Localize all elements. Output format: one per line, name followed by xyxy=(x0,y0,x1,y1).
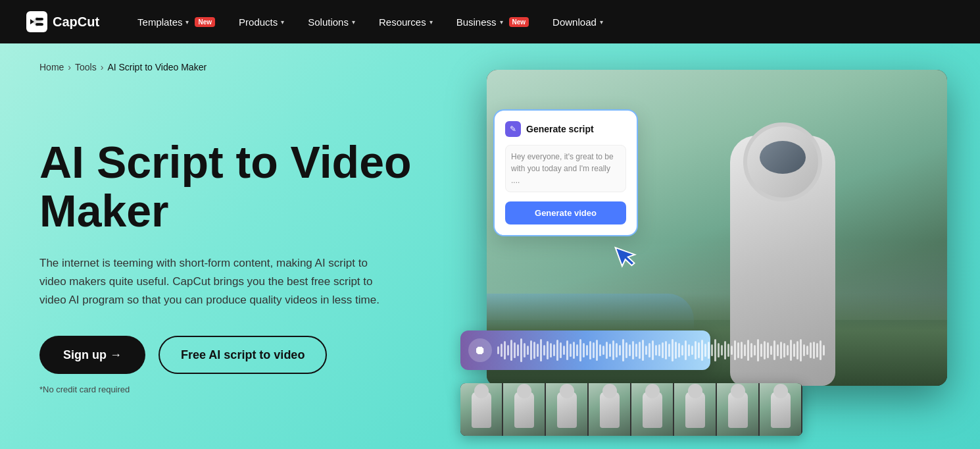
breadcrumb-sep-2: › xyxy=(101,62,104,72)
film-frame xyxy=(674,383,717,436)
capcut-logo-icon xyxy=(26,11,47,32)
breadcrumb-tools[interactable]: Tools xyxy=(75,62,97,72)
logo-text: CapCut xyxy=(53,14,99,30)
hero-left: AI Script to Video Maker The internet is… xyxy=(39,98,474,395)
generate-video-button[interactable]: Generate video xyxy=(505,201,626,224)
chevron-down-icon: ▾ xyxy=(600,18,603,26)
filmstrip xyxy=(460,383,802,436)
new-badge: New xyxy=(195,17,215,27)
free-script-button[interactable]: Free AI script to video xyxy=(159,336,327,374)
chevron-down-icon: ▾ xyxy=(281,18,284,26)
waveform-visual xyxy=(497,338,825,362)
breadcrumb-sep-1: › xyxy=(68,62,71,72)
nav-items: Templates ▾ New Products ▾ Solutions ▾ R… xyxy=(126,0,954,43)
nav-item-solutions[interactable]: Solutions ▾ xyxy=(296,0,367,43)
film-frame xyxy=(589,383,631,436)
svg-rect-1 xyxy=(36,18,43,20)
card-title: Generate script xyxy=(526,124,594,134)
film-frame xyxy=(760,383,802,436)
hero-description: The internet is teeming with short-form … xyxy=(39,254,395,309)
chevron-down-icon: ▾ xyxy=(500,18,503,26)
film-frame xyxy=(460,383,503,436)
signup-button[interactable]: Sign up → xyxy=(39,336,145,374)
chevron-down-icon: ▾ xyxy=(352,18,355,26)
hero-title: AI Script to Video Maker xyxy=(39,138,474,236)
nav-item-resources[interactable]: Resources ▾ xyxy=(367,0,445,43)
logo[interactable]: CapCut xyxy=(26,11,99,32)
nav-item-templates[interactable]: Templates ▾ New xyxy=(126,0,227,43)
nav-item-business[interactable]: Business ▾ New xyxy=(445,0,541,43)
film-frame xyxy=(717,383,760,436)
chevron-down-icon: ▾ xyxy=(185,18,189,26)
navbar: CapCut Templates ▾ New Products ▾ Soluti… xyxy=(0,0,980,43)
breadcrumb: Home › Tools › AI Script to Video Maker xyxy=(39,62,207,72)
generate-script-card: ✎ Generate script Hey everyone, it's gre… xyxy=(493,109,638,236)
film-frame xyxy=(503,383,546,436)
script-icon: ✎ xyxy=(505,121,521,137)
breadcrumb-current: AI Script to Video Maker xyxy=(107,62,207,72)
no-card-text: *No credit card required xyxy=(39,384,474,394)
card-header: ✎ Generate script xyxy=(505,121,626,137)
breadcrumb-home[interactable]: Home xyxy=(39,62,64,72)
svg-rect-2 xyxy=(36,23,43,26)
astronaut-visor xyxy=(760,141,806,174)
hero-right: ✎ Generate script Hey everyone, it's gre… xyxy=(474,43,941,449)
card-text-area: Hey everyone, it's great to be with you … xyxy=(505,145,626,192)
hero-section: Home › Tools › AI Script to Video Maker … xyxy=(0,43,980,449)
new-badge: New xyxy=(509,17,529,27)
nav-item-download[interactable]: Download ▾ xyxy=(541,0,615,43)
nav-item-products[interactable]: Products ▾ xyxy=(227,0,296,43)
hero-buttons: Sign up → Free AI script to video xyxy=(39,336,474,374)
audio-play-icon: ⏺ xyxy=(468,338,492,362)
astronaut-helmet xyxy=(743,122,822,201)
chevron-down-icon: ▾ xyxy=(429,18,433,26)
film-frame xyxy=(546,383,589,436)
film-frame xyxy=(631,383,674,436)
audio-waveform-bar: ⏺ xyxy=(460,330,710,370)
